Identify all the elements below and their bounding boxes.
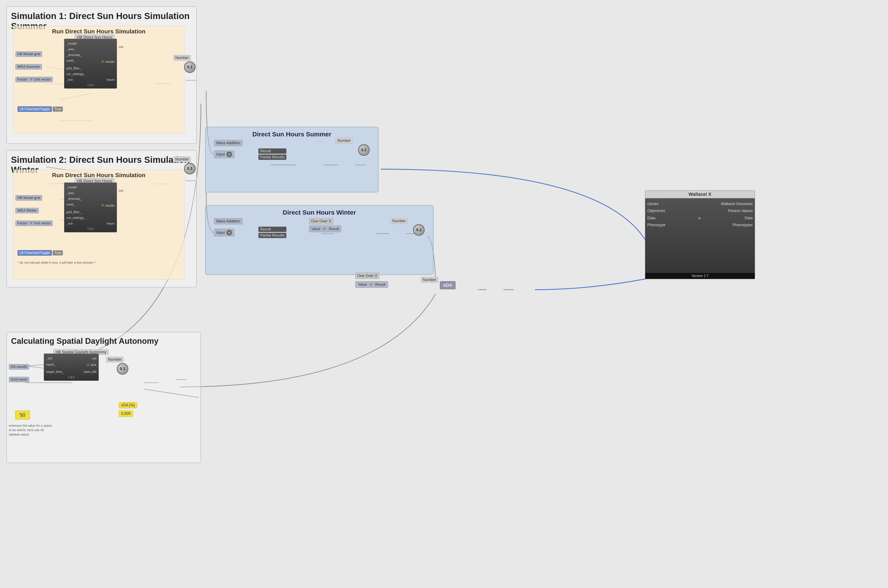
sim2-note: * do not interupt while it runs, it will… (18, 261, 96, 264)
sim1-out-label: out (118, 45, 123, 49)
sim2-port-gridfilter: grid_filter_ (66, 209, 115, 215)
wallacei-genomes-label: Wallacei Genomes (721, 202, 753, 206)
sim2-number-label: Number (173, 156, 191, 162)
direct-sun-summer-result-label: Result (258, 148, 286, 154)
direct-sun-winter-partial-label: Partial Results (258, 233, 286, 238)
sim1-inner-group: Run Direct Sun Hours Simulation HB Direc… (13, 26, 184, 134)
direct-sun-summer-number-label: Number (335, 138, 353, 144)
sim2-node-version: 1.8.0 (66, 227, 115, 231)
wallacei-objectives-label: Objectives (647, 208, 665, 213)
sda-output-node: sDA (440, 281, 456, 289)
one-over-x-bottom-number-label: Number (421, 277, 438, 283)
sim1-inner-title: Run Direct Sun Hours Simulation (15, 28, 182, 35)
sda-port-mesh: mesh_☀sDA (46, 362, 96, 369)
sim2-toggle[interactable]: LB FalseStartToggle True (18, 250, 63, 256)
direct-sun-winter-value-label: Value (312, 227, 320, 231)
sim1-hb-node: _model _wea _timestep_ north_☀ results g… (64, 39, 117, 88)
direct-sun-winter-one-over-x-label: One Over X (309, 218, 333, 224)
sda-number-label: Number (106, 357, 123, 362)
sda-node-version: 1.8.0 (46, 375, 96, 379)
sim2-hb-node: _model _wea _timestep_ north_☀ results g… (64, 183, 117, 232)
sim2-input-hbmodel: HB Model grid (15, 195, 42, 201)
direct-sun-winter-dial[interactable]: 0.1 (413, 224, 424, 236)
sim2-inner-title: Run Direct Sun Hours Simulation (15, 172, 182, 178)
sim1-toggle-value[interactable]: True (52, 106, 63, 112)
sda-port-targettime: target_time_pass_fail (46, 369, 96, 375)
direct-sun-winter-result-label: Result (258, 226, 286, 232)
sda-port-da: _DAout (46, 356, 96, 362)
direct-sun-winter-mass-add: Mass Addition (214, 218, 242, 224)
sim2-port-north: north_☀ results (66, 201, 115, 209)
direct-sun-summer-results: Result Partial Results (258, 148, 286, 160)
wallacei-row-genes: Genes Wallacei Genomes (647, 202, 753, 206)
sim2-port-timestep: _timestep_ (66, 196, 115, 201)
wallacei-phenotype-label: Phenotype (647, 223, 666, 227)
sim1-input-factor: Factor ↑Y Unit vector (15, 77, 52, 82)
direct-sun-summer-input-label: Input (216, 152, 225, 157)
sim2-group: Simulation 2: Direct Sun Hours Simulatio… (6, 150, 196, 288)
sda-hb-node: _DAout mesh_☀sDA target_time_pass_fail 1… (44, 354, 99, 381)
sim2-toggle-label[interactable]: LB FalseStartToggle (18, 250, 52, 256)
sim2-dial[interactable]: 0.1 (184, 163, 196, 174)
sim1-toggle-label[interactable]: LB FalseStartToggle (18, 106, 52, 112)
direct-sun-winter-group: Direct Sun Hours Winter Mass Addition In… (205, 205, 434, 275)
direct-sun-winter-x-result-label: Result (328, 227, 339, 231)
sim2-port-model: _model (66, 184, 115, 190)
one-over-x-bottom-x2-icon: x² (369, 282, 373, 287)
sda-value: 0.005 (119, 411, 133, 417)
direct-sun-winter-x2-icon: x² (323, 226, 326, 231)
sim1-port-run: _runhours (66, 77, 115, 82)
sim1-number-label: Number (173, 55, 191, 61)
wallacei-row-data: Data ▶ Data (647, 216, 753, 220)
direct-sun-summer-group: Direct Sun Hours Summer Mass Addition In… (205, 127, 378, 192)
wallacei-row-objectives: Objectives Fitness Values (647, 208, 753, 213)
sim1-toggle[interactable]: LB FalseStartToggle True (18, 106, 63, 112)
direct-sun-winter-results: Result Partial Results (258, 226, 286, 238)
wallacei-data-left-label: Data (647, 216, 656, 220)
sda-percent-label: sDA [%] (119, 402, 137, 408)
direct-sun-summer-mass-add: Mass Addition (214, 140, 242, 146)
sim2-port-run: _runhours (66, 220, 115, 226)
sda-dial[interactable]: 0.1 (117, 363, 128, 375)
sda-yellow-note: minimum DA value for a space to be well … (9, 423, 56, 436)
sda-input-da: DA results (9, 364, 29, 370)
wallacei-group: Wallacei X Genes Wallacei Genomes Object… (645, 190, 755, 279)
sim1-node-version: 1.8.0 (66, 83, 115, 87)
direct-sun-summer-gear-icon: ⚙ (226, 152, 232, 157)
sim1-dial[interactable]: 0.1 (184, 62, 196, 73)
direct-sun-winter-number-label: Number (390, 218, 408, 224)
wallacei-row-phenotype: Phenotype Phenotypes (647, 223, 753, 227)
sim1-group: Simulation 1: Direct Sun Hours Simulatio… (6, 6, 196, 144)
one-over-x-bottom-result: Result (375, 282, 386, 287)
sim2-toggle-value[interactable]: True (52, 250, 63, 255)
direct-sun-summer-input-node: Input ⚙ (214, 150, 234, 158)
direct-sun-summer-dial[interactable]: 0.1 (358, 144, 370, 156)
direct-sun-summer-title: Direct Sun Hours Summer (209, 130, 375, 138)
sda-label: sDA (443, 282, 452, 288)
sim2-input-factor: Factor ↑Y Unit vector (15, 220, 52, 226)
direct-sun-winter-input-node: Input ⚙ (214, 229, 234, 236)
sim1-port-wea: _wea (66, 46, 115, 52)
wallacei-fitness-label: Fitness Values (728, 208, 753, 213)
one-over-x-bottom-label: One Over X (355, 273, 379, 279)
sda-calc-group: Calculating Spatial Daylight Autonomy HB… (6, 332, 201, 463)
wallacei-phenotypes-label: Phenotypes (733, 223, 753, 227)
direct-sun-winter-title: Direct Sun Hours Winter (209, 209, 430, 216)
direct-sun-summer-partial-label: Partial Results (258, 154, 286, 160)
sim1-input-hbmodel: HB Model grid (15, 51, 42, 57)
one-over-x-bottom-node: Value x² Result (355, 281, 388, 288)
sda-calc-group-title: Calculating Spatial Daylight Autonomy (11, 337, 196, 346)
direct-sun-winter-input-label: Input (216, 231, 225, 235)
wallacei-header: Wallacei X (645, 190, 755, 198)
wallacei-version: Version 2.7 (645, 273, 755, 279)
wallacei-genes-label: Genes (647, 202, 658, 206)
sim1-port-model: _model (66, 40, 115, 46)
sim2-port-wea: _wea (66, 190, 115, 196)
sda-yellow-input[interactable]: 50 (15, 411, 30, 420)
wallacei-data-right-label: Data (745, 216, 753, 220)
sim2-input-wea: WEA Winter (15, 208, 39, 213)
sim1-port-gridfilter: grid_filter_ (66, 65, 115, 71)
sim1-input-wea: WEA Summer (15, 64, 42, 69)
sim1-port-runsettings: run_settings_ (66, 71, 115, 77)
sda-input-grid: Grid mesh (9, 377, 29, 382)
